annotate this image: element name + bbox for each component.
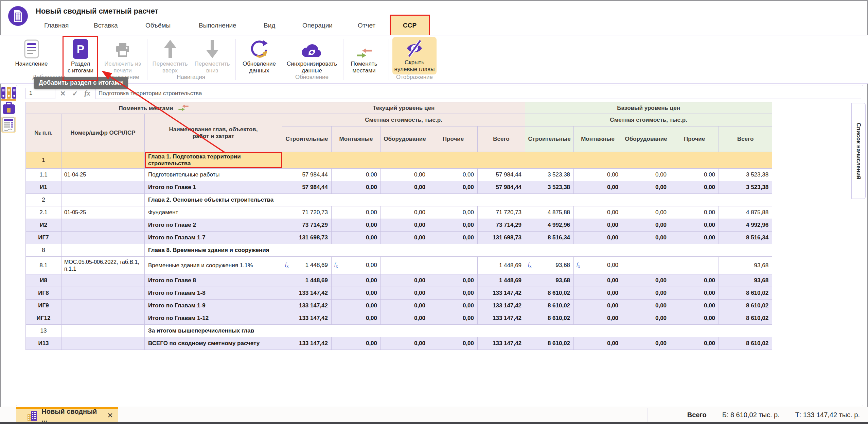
cell-value[interactable]: 133 147,42 <box>478 300 525 312</box>
cell-num[interactable]: 8.1 <box>26 257 61 274</box>
table-row[interactable]: ИГ9Итого по Главам 1-9133 147,420,000,00… <box>26 300 772 312</box>
table-row[interactable]: И2Итого по Главе 273 714,290,000,000,007… <box>26 219 772 232</box>
tab-Вставка[interactable]: Вставка <box>94 16 118 35</box>
cell-value[interactable]: 0,00 <box>670 181 719 194</box>
tab-Главная[interactable]: Главная <box>44 16 69 35</box>
table-row[interactable]: И13ВСЕГО по сводному сметному расчету133… <box>26 337 772 350</box>
cell-code[interactable]: 01-05-25 <box>61 206 145 219</box>
cell-num[interactable]: И1 <box>26 181 61 194</box>
cell-value[interactable]: 4 875,88 <box>525 206 574 219</box>
hide-zero-chapters-button[interactable]: Скрыть нулевые главы <box>392 37 437 74</box>
cell-value[interactable]: 0,00 <box>429 337 478 350</box>
cell-values-current[interactable] <box>282 244 525 257</box>
table-row[interactable]: 8Глава 8. Временные здания и сооружения <box>26 244 772 257</box>
table-row[interactable]: ИГ8Итого по Главам 1-8133 147,420,000,00… <box>26 287 772 300</box>
cell-value[interactable]: 8 610,02 <box>719 312 772 325</box>
cell-code[interactable] <box>61 194 145 206</box>
cell-value[interactable] <box>429 257 478 274</box>
cell-value[interactable]: 0,00 <box>574 300 622 312</box>
cell-name[interactable]: Итого по Главам 1-9 <box>145 300 282 312</box>
cell-value[interactable]: 0,00 <box>429 181 478 194</box>
tab-Отчет[interactable]: Отчет <box>358 16 375 35</box>
cell-value[interactable]: 71 720,73 <box>478 206 525 219</box>
table-row[interactable]: 1Глава 1. Подготовка территории строител… <box>26 152 772 169</box>
cell-num[interactable]: И8 <box>26 274 61 287</box>
cell-value[interactable] <box>670 257 719 274</box>
cell-value[interactable]: 0,00 <box>622 169 670 181</box>
cell-values-current[interactable] <box>282 194 525 206</box>
cell-code[interactable] <box>61 244 145 257</box>
cell-value[interactable]: 57 984,44 <box>282 169 332 181</box>
confirm-edit-icon[interactable]: ✓ <box>69 88 81 99</box>
cell-value[interactable]: 0,00 <box>622 312 670 325</box>
cell-name[interactable]: Глава 1. Подготовка территории строитель… <box>145 152 282 169</box>
cell-value[interactable] <box>622 257 670 274</box>
cell-num[interactable]: 13 <box>26 325 61 337</box>
cell-value[interactable]: 0,00 <box>332 274 381 287</box>
cell-value[interactable]: 0,00 <box>574 232 622 244</box>
binders-icon[interactable] <box>1 87 16 101</box>
cell-value[interactable]: 0,00 <box>381 312 429 325</box>
cell-value[interactable]: 133 147,42 <box>282 312 332 325</box>
cell-value[interactable]: 0,00 <box>332 169 381 181</box>
cell-name[interactable]: Временные здания и сооружения 1.1% <box>145 257 282 274</box>
swap-columns-header[interactable]: Поменять местами <box>26 102 282 114</box>
cell-num[interactable]: И2 <box>26 219 61 232</box>
cell-value[interactable]: 8 516,34 <box>525 232 574 244</box>
cell-value[interactable]: 0,00 <box>574 312 622 325</box>
cell-value[interactable]: 0,00 <box>381 287 429 300</box>
cell-name[interactable]: Итого по Главам 1-8 <box>145 287 282 300</box>
cell-num[interactable]: ИГ7 <box>26 232 61 244</box>
cell-value[interactable]: 133 147,42 <box>282 300 332 312</box>
cell-value[interactable]: 0,00 <box>670 206 719 219</box>
cell-value[interactable]: 1 448,69 <box>478 274 525 287</box>
cell-code[interactable]: 01-04-25 <box>61 169 145 181</box>
cell-value[interactable]: 133 147,42 <box>478 287 525 300</box>
cell-value[interactable]: 0,00 <box>429 300 478 312</box>
row-number-box[interactable]: 1 <box>25 88 55 99</box>
cell-value[interactable]: 3 523,38 <box>719 181 772 194</box>
cell-value[interactable]: 1 448,69 <box>282 274 332 287</box>
cell-value[interactable]: 71 720,73 <box>282 206 332 219</box>
formula-input[interactable] <box>95 88 861 99</box>
cell-value[interactable]: 0,00 <box>381 169 429 181</box>
cell-name[interactable]: Итого по Главам 1-12 <box>145 312 282 325</box>
cell-values-base[interactable] <box>525 244 772 257</box>
cell-value[interactable]: 0,00 <box>670 300 719 312</box>
cell-value[interactable]: 0,00 <box>381 274 429 287</box>
cell-value[interactable]: 0,00 <box>332 337 381 350</box>
cell-value[interactable]: 8 610,02 <box>525 312 574 325</box>
cell-value[interactable]: 93,68 <box>719 274 772 287</box>
cell-value[interactable]: fx93,68 <box>525 257 574 274</box>
cell-value[interactable]: 0,00 <box>574 169 622 181</box>
cell-value[interactable]: 0,00 <box>332 206 381 219</box>
cell-value[interactable]: 8 610,02 <box>719 300 772 312</box>
briefcase-icon[interactable] <box>2 102 15 115</box>
cell-value[interactable]: 93,68 <box>719 257 772 274</box>
cell-code[interactable] <box>61 325 145 337</box>
cell-value[interactable]: 8 610,02 <box>525 287 574 300</box>
cell-value[interactable]: 57 984,44 <box>478 181 525 194</box>
cell-value[interactable]: 73 714,29 <box>282 219 332 232</box>
cell-value[interactable]: 0,00 <box>622 287 670 300</box>
cell-code[interactable] <box>61 300 145 312</box>
cell-value[interactable]: 4 992,96 <box>525 219 574 232</box>
cell-name[interactable]: Итого по Главе 2 <box>145 219 282 232</box>
table-row[interactable]: ИГ7Итого по Главам 1-7131 698,730,000,00… <box>26 232 772 244</box>
cell-value[interactable]: 0,00 <box>332 181 381 194</box>
cell-value[interactable]: 8 610,02 <box>719 337 772 350</box>
cell-value[interactable]: 0,00 <box>574 219 622 232</box>
cell-value[interactable]: 8 610,02 <box>719 287 772 300</box>
cell-value[interactable]: 131 698,73 <box>478 232 525 244</box>
cell-name[interactable]: Фундамент <box>145 206 282 219</box>
cell-value[interactable]: 0,00 <box>429 169 478 181</box>
cell-value[interactable]: 0,00 <box>622 219 670 232</box>
cell-value[interactable]: 0,00 <box>622 300 670 312</box>
cell-value[interactable]: 0,00 <box>332 287 381 300</box>
cell-value[interactable]: 3 523,38 <box>525 181 574 194</box>
tab-ССР[interactable]: ССР <box>391 16 429 35</box>
cell-name[interactable]: Итого по Главе 8 <box>145 274 282 287</box>
cell-value[interactable]: 0,00 <box>670 287 719 300</box>
table-row[interactable]: 2.101-05-25Фундамент71 720,730,000,000,0… <box>26 206 772 219</box>
cell-value[interactable]: 0,00 <box>622 206 670 219</box>
